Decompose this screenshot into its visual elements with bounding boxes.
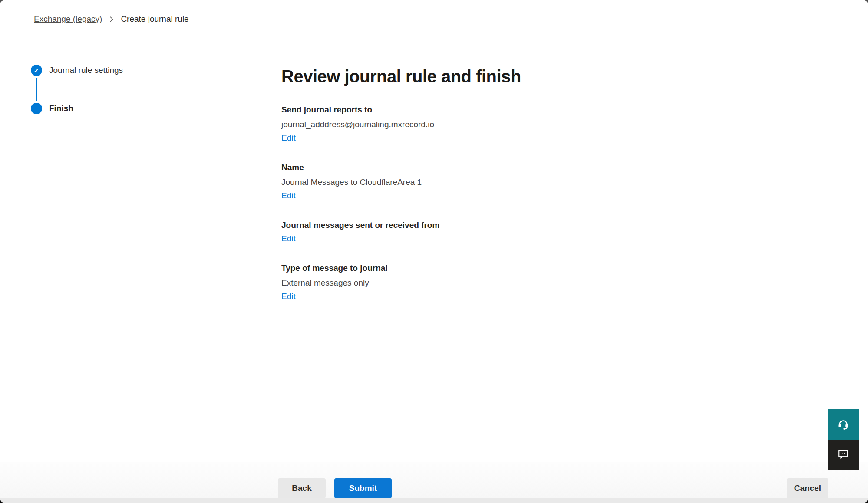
breadcrumb: Exchange (legacy) Create journal rule: [34, 14, 189, 24]
step-label-journal-rule-settings: Journal rule settings: [49, 66, 123, 75]
section-label: Name: [281, 162, 842, 173]
wizard-step-finish[interactable]: Finish: [31, 103, 251, 114]
review-section-message-type: Type of message to journal External mess…: [281, 263, 842, 301]
header: Exchange (legacy) Create journal rule: [0, 0, 868, 38]
edit-send-journal-reports-link[interactable]: Edit: [281, 133, 296, 143]
chevron-right-icon: [108, 16, 115, 23]
wizard-body: ✓ Journal rule settings Finish Review jo…: [0, 39, 868, 462]
breadcrumb-current-page: Create journal rule: [121, 14, 188, 24]
back-button[interactable]: Back: [278, 478, 326, 498]
wizard-step-journal-rule-settings[interactable]: ✓ Journal rule settings: [31, 65, 251, 76]
edit-message-type-link[interactable]: Edit: [281, 292, 296, 301]
review-section-journal-messages-from: Journal messages sent or received from E…: [281, 220, 842, 243]
submit-button[interactable]: Submit: [334, 478, 392, 498]
help-support-button[interactable]: [828, 409, 859, 440]
review-section-name: Name Journal Messages to CloudflareArea …: [281, 162, 842, 201]
feedback-button[interactable]: [828, 440, 859, 470]
headset-icon: [837, 418, 850, 432]
review-panel: Review journal rule and finish Send jour…: [251, 39, 868, 462]
review-section-send-journal-reports-to: Send journal reports to journal_adddress…: [281, 104, 842, 143]
edit-name-link[interactable]: Edit: [281, 191, 296, 201]
page-title: Review journal rule and finish: [281, 65, 842, 88]
cancel-button[interactable]: Cancel: [787, 478, 828, 498]
section-label: Type of message to journal: [281, 263, 842, 274]
step-label-finish: Finish: [49, 104, 73, 113]
floating-button-stack: [828, 409, 859, 470]
step-connector-line: [36, 78, 37, 101]
section-label: Journal messages sent or received from: [281, 220, 842, 231]
window-bottom-strip: [0, 498, 868, 503]
section-value: External messages only: [281, 277, 842, 289]
chat-icon: [837, 448, 850, 462]
section-value: Journal Messages to CloudflareArea 1: [281, 177, 842, 188]
edit-journal-messages-from-link[interactable]: Edit: [281, 234, 296, 243]
wizard-steps-panel: ✓ Journal rule settings Finish: [0, 39, 251, 462]
section-value: journal_adddress@journaling.mxrecord.io: [281, 119, 842, 130]
section-label: Send journal reports to: [281, 104, 842, 115]
step-current-dot-icon: [31, 103, 42, 114]
footer-action-bar: Back Submit Cancel: [0, 462, 868, 503]
step-completed-check-icon: ✓: [31, 65, 42, 76]
exchange-admin-window: Exchange (legacy) Create journal rule ✓ …: [0, 0, 868, 503]
breadcrumb-link-exchange-legacy[interactable]: Exchange (legacy): [34, 14, 102, 24]
